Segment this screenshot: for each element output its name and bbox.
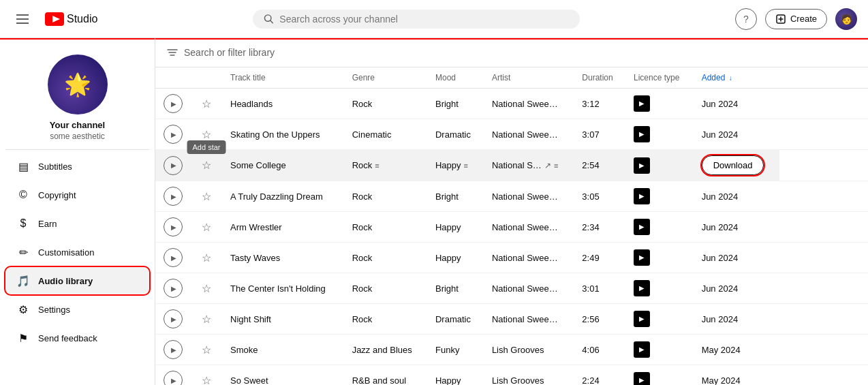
search-bar — [97, 10, 735, 29]
licence-icon[interactable]: ▶ — [634, 311, 650, 327]
genre-filter-icon[interactable]: ≡ — [375, 161, 379, 170]
play-icon: ▶ — [171, 224, 176, 231]
added-value: May 2024 — [702, 345, 741, 355]
track-title: So Sweet — [230, 375, 268, 386]
channel-section: 🌟 Your channel some aesthetic — [0, 44, 155, 147]
star-button[interactable]: ☆ — [199, 249, 214, 267]
mood-value: Bright — [435, 191, 459, 202]
external-link-icon[interactable]: ↗ — [544, 161, 551, 170]
avatar[interactable]: 🧑 — [835, 8, 857, 30]
licence-icon[interactable]: ▶ — [634, 219, 650, 235]
duration-value: 2:56 — [582, 314, 599, 324]
track-title-cell: Skating On the Uppers — [230, 129, 336, 140]
filter-icon — [166, 46, 179, 59]
star-button[interactable]: ☆ — [199, 95, 214, 113]
track-title-cell: A Truly Dazzling Dream — [230, 191, 336, 202]
star-button[interactable]: ☆ — [199, 218, 214, 236]
star-button[interactable]: ☆ — [199, 156, 214, 174]
artist-value: Lish Grooves — [492, 375, 544, 386]
sidebar-item-label: Settings — [38, 305, 70, 315]
genre-value: R&B and soul — [352, 375, 407, 386]
sidebar-item-copyright[interactable]: © Copyright — [5, 181, 149, 209]
added-value: May 2024 — [702, 375, 741, 386]
play-button[interactable]: ▶ — [164, 371, 183, 385]
play-button[interactable]: ▶ — [164, 125, 183, 144]
sidebar-item-send-feedback[interactable]: ⚑ Send feedback — [5, 324, 149, 352]
track-title: The Center Isn't Holding — [230, 283, 326, 294]
track-title: Arm Wrestler — [230, 222, 282, 232]
licence-icon[interactable]: ▶ — [634, 372, 650, 385]
star-button[interactable]: ☆ — [199, 279, 214, 298]
genre-value: Rock — [352, 160, 373, 170]
artist-value: National Swee… — [492, 283, 558, 294]
licence-icon[interactable]: ▶ — [634, 280, 650, 296]
search-input-wrap[interactable] — [253, 10, 580, 29]
play-button[interactable]: ▶ — [164, 340, 183, 359]
artist-filter-icon[interactable]: ≡ — [554, 161, 558, 170]
table-row: ▶☆HeadlandsRockBrightNational Swee…3:12▶… — [155, 89, 868, 119]
sidebar-item-settings[interactable]: ⚙ Settings — [5, 296, 149, 323]
play-button[interactable]: ▶ — [164, 187, 183, 206]
channel-name: Your channel — [50, 120, 105, 130]
header: Studio ? Create 🧑 — [0, 0, 868, 38]
hamburger-button[interactable] — [11, 9, 34, 29]
play-button[interactable]: ▶ — [164, 309, 183, 328]
sidebar-item-audio-library[interactable]: 🎵 Audio library — [5, 267, 149, 294]
play-icon: ▶ — [171, 254, 176, 262]
duration-value: 2:49 — [582, 253, 599, 263]
channel-avatar[interactable]: 🌟 — [48, 55, 108, 114]
play-button[interactable]: ▶ — [164, 248, 183, 267]
star-button[interactable]: ☆ — [199, 310, 214, 328]
star-button[interactable]: ☆ — [199, 341, 214, 359]
studio-label: Studio — [67, 13, 97, 25]
download-button[interactable]: Download — [702, 155, 764, 175]
genre-value: Rock — [352, 222, 373, 232]
help-button[interactable]: ? — [735, 8, 757, 30]
channel-sub: some aesthetic — [50, 132, 105, 141]
licence-icon[interactable]: ▶ — [634, 157, 650, 174]
filter-placeholder: Search or filter library — [184, 47, 275, 58]
copyright-icon: © — [16, 188, 30, 202]
star-button[interactable]: ☆ — [199, 371, 214, 386]
mood-value: Happy — [435, 222, 461, 232]
licence-icon[interactable]: ▶ — [634, 95, 650, 112]
col-added[interactable]: Added ↓ — [694, 67, 779, 89]
sidebar-item-label: Earn — [38, 219, 57, 229]
licence-icon[interactable]: ▶ — [634, 249, 650, 266]
play-icon: ▶ — [171, 285, 176, 292]
sidebar-item-earn[interactable]: $ Earn — [5, 210, 149, 237]
genre-value: Jazz and Blues — [352, 345, 412, 355]
sidebar-item-customisation[interactable]: ✏ Customisation — [5, 238, 149, 266]
play-button[interactable]: ▶ — [164, 279, 183, 298]
licence-icon[interactable]: ▶ — [634, 341, 650, 358]
sidebar-item-label: Copyright — [38, 190, 76, 200]
genre-cell: Rock≡ — [352, 160, 419, 170]
genre-value: Rock — [352, 191, 373, 202]
create-label: Create — [790, 14, 817, 24]
track-title: Some College — [230, 160, 286, 170]
col-action — [779, 67, 868, 89]
create-icon — [775, 14, 786, 25]
licence-icon[interactable]: ▶ — [634, 188, 650, 204]
play-button[interactable]: ▶ — [164, 94, 183, 113]
licence-icon[interactable]: ▶ — [634, 126, 650, 142]
audio-library-table: Track title Genre Mood Artist Duration — [155, 67, 868, 385]
star-button[interactable]: ☆ — [199, 125, 214, 144]
play-button[interactable]: ▶ — [164, 217, 183, 236]
header-right: ? Create 🧑 — [735, 8, 857, 30]
search-input[interactable] — [279, 14, 569, 25]
mood-filter-icon[interactable]: ≡ — [464, 161, 468, 170]
added-value: Jun 2024 — [702, 191, 739, 202]
table-row: ▶☆A Truly Dazzling DreamRockBrightNation… — [155, 181, 868, 212]
play-icon: ▶ — [171, 346, 176, 354]
artist-value: National Swee… — [492, 314, 558, 324]
col-track-title: Track title — [222, 67, 344, 89]
create-button[interactable]: Create — [765, 9, 827, 29]
play-button[interactable]: ▶ — [164, 156, 183, 175]
genre-value: Rock — [352, 314, 373, 324]
audio-library-icon: 🎵 — [16, 274, 30, 288]
star-button[interactable]: ☆ — [199, 187, 214, 206]
col-mood: Mood — [427, 67, 484, 89]
sidebar-item-subtitles[interactable]: ▤ Subtitles — [5, 153, 149, 180]
duration-value: 2:24 — [582, 375, 599, 386]
